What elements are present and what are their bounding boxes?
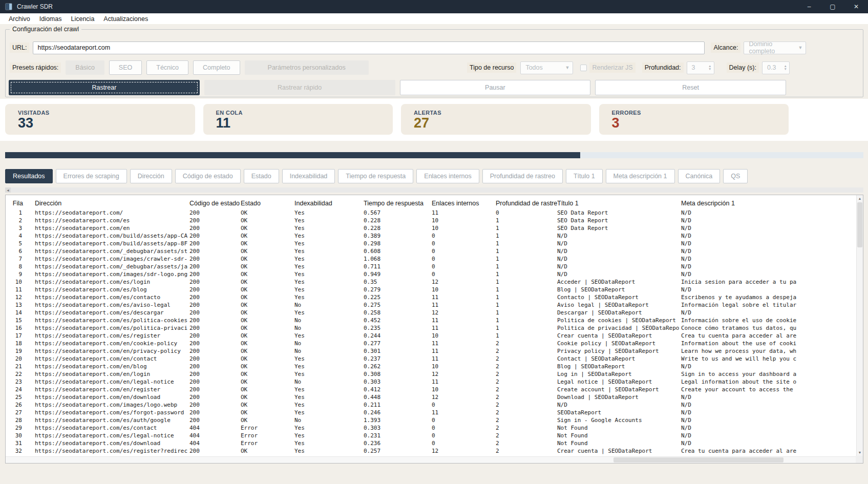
cell-t-tulo-1: Contact | SEODataReport bbox=[557, 355, 681, 363]
table-row[interactable]: 10https://seodatareport.com/es/login200O… bbox=[6, 278, 856, 286]
scroll-left-icon[interactable]: ◄ bbox=[5, 187, 11, 193]
scroll-up-icon[interactable]: ▲ bbox=[857, 195, 863, 202]
table-row[interactable]: 25https://seodatareport.com/en/download2… bbox=[6, 393, 856, 401]
table-row[interactable]: 32https://seodatareport.com/es/register?… bbox=[6, 447, 856, 455]
cell-meta-descripci-n-1: N/D bbox=[681, 224, 856, 232]
table-row[interactable]: 14https://seodatareport.com/es/descargar… bbox=[6, 309, 856, 317]
table-row[interactable]: 28https://seodatareport.com/es/auth/goog… bbox=[6, 416, 856, 424]
stat-card-en-cola: EN COLA11 bbox=[203, 104, 393, 135]
table-row[interactable]: 5https://seodatareport.com/build/assets/… bbox=[6, 240, 856, 247]
cell-tiempo-de-respuesta: 0.257 bbox=[364, 447, 432, 455]
table-row[interactable]: 19https://seodatareport.com/en/privacy-p… bbox=[6, 347, 856, 355]
table-row[interactable]: 30https://seodatareport.com/es/legal-not… bbox=[6, 432, 856, 439]
cell-estado: OK bbox=[241, 332, 294, 340]
table-row[interactable]: 21https://seodatareport.com/en/blog200OK… bbox=[6, 363, 856, 370]
cell-direcci-n: https://seodatareport.com/es/legal-notic… bbox=[29, 432, 189, 439]
cell-c-digo-de-estado: 200 bbox=[189, 263, 241, 270]
tab-estado[interactable]: Estado bbox=[244, 169, 279, 183]
table-row[interactable]: 24https://seodatareport.com/en/register2… bbox=[6, 386, 856, 393]
table-row[interactable]: 3https://seodatareport.com/en200OKYes0.2… bbox=[6, 224, 856, 232]
tab-qs[interactable]: QS bbox=[723, 169, 748, 183]
pausar-button[interactable]: Pausar bbox=[400, 80, 591, 95]
horizontal-scrollbar[interactable] bbox=[6, 456, 856, 463]
cell-estado: OK bbox=[241, 447, 294, 455]
crawl-config-title: Configuración del crawl bbox=[10, 26, 81, 33]
preset-button-completo[interactable]: Completo bbox=[193, 60, 240, 75]
tab-t-tulo-1[interactable]: Título 1 bbox=[566, 169, 603, 183]
table-row[interactable]: 2https://seodatareport.com/es200OKYes0.2… bbox=[6, 217, 856, 224]
preset-button-t-cnico[interactable]: Técnico bbox=[146, 60, 188, 75]
column-header-meta-descripci-n-1[interactable]: Meta descripción 1 bbox=[681, 200, 856, 209]
cell-direcci-n: https://seodatareport.com/es/register bbox=[29, 332, 189, 340]
table-row[interactable]: 20https://seodatareport.com/en/contact20… bbox=[6, 355, 856, 363]
crawl-actions-row: Rastrear Rastrear rápido Pausar Reset bbox=[9, 80, 786, 95]
close-icon[interactable]: ✕ bbox=[844, 0, 868, 13]
cell-tiempo-de-respuesta: 0.236 bbox=[364, 439, 432, 447]
menu-item-idiomas[interactable]: Idiomas bbox=[35, 15, 67, 23]
menu-item-licencia[interactable]: Licencia bbox=[66, 15, 99, 23]
cell-tiempo-de-respuesta: 0.452 bbox=[364, 317, 432, 324]
tab-errores-de-scraping[interactable]: Errores de scraping bbox=[56, 169, 127, 183]
column-header-c-digo-de-estado[interactable]: Código de estado bbox=[189, 200, 241, 209]
table-row[interactable]: 17https://seodatareport.com/es/register2… bbox=[6, 332, 856, 340]
cell-t-tulo-1: Crear cuenta | SEODataReport bbox=[557, 332, 681, 340]
tab-indexabilidad[interactable]: Indexabilidad bbox=[282, 169, 335, 183]
cell-enlaces-internos: 12 bbox=[432, 393, 496, 401]
tab-enlaces-internos[interactable]: Enlaces internos bbox=[416, 169, 479, 183]
tab-resultados[interactable]: Resultados bbox=[5, 169, 53, 183]
table-row[interactable]: 4https://seodatareport.com/build/assets/… bbox=[6, 232, 856, 240]
table-row[interactable]: 18https://seodatareport.com/en/cookie-po… bbox=[6, 340, 856, 347]
tabstrip-scrollbar[interactable]: ◄ bbox=[5, 187, 863, 193]
column-header-tiempo-de-respuesta[interactable]: Tiempo de respuesta bbox=[364, 200, 432, 209]
table-row[interactable]: 13https://seodatareport.com/es/aviso-leg… bbox=[6, 301, 856, 309]
table-row[interactable]: 11https://seodatareport.com/es/blog200OK… bbox=[6, 286, 856, 293]
table-row[interactable]: 6https://seodatareport.com/_debugbar/ass… bbox=[6, 247, 856, 255]
preset-button-seo[interactable]: SEO bbox=[109, 60, 142, 75]
rastrear-button[interactable]: Rastrear bbox=[9, 80, 200, 95]
reset-button[interactable]: Reset bbox=[595, 80, 786, 95]
table-row[interactable]: 1https://seodatareport.com/200OKYes0.567… bbox=[6, 209, 856, 217]
column-header-t-tulo-1[interactable]: Título 1 bbox=[557, 200, 681, 209]
table-row[interactable]: 7https://seodatareport.com/images/crawle… bbox=[6, 255, 856, 263]
tab-tiempo-de-respuesta[interactable]: Tiempo de respuesta bbox=[338, 169, 413, 183]
table-row[interactable]: 16https://seodatareport.com/es/politica-… bbox=[6, 324, 856, 332]
table-row[interactable]: 29https://seodatareport.com/es/contact40… bbox=[6, 424, 856, 432]
minimize-icon[interactable]: – bbox=[797, 0, 821, 13]
vertical-scrollbar[interactable]: ▲ ▼ bbox=[856, 195, 863, 456]
url-input[interactable] bbox=[33, 41, 705, 54]
table-row[interactable]: 23https://seodatareport.com/en/legal-not… bbox=[6, 378, 856, 386]
tab-c-digo-de-estado[interactable]: Código de estado bbox=[175, 169, 241, 183]
table-row[interactable]: 12https://seodatareport.com/es/contacto2… bbox=[6, 293, 856, 301]
table-row[interactable]: 26https://seodatareport.com/images/logo.… bbox=[6, 401, 856, 409]
cell-meta-descripci-n-1: N/D bbox=[681, 240, 856, 247]
cell-profundidad-de-rastreo: 2 bbox=[496, 416, 557, 424]
table-row[interactable]: 27https://seodatareport.com/es/forgot-pa… bbox=[6, 409, 856, 416]
cell-t-tulo-1: Not Found bbox=[557, 439, 681, 447]
scroll-down-icon[interactable]: ▼ bbox=[857, 449, 863, 456]
cell-t-tulo-1: N/D bbox=[557, 263, 681, 270]
table-row[interactable]: 31https://seodatareport.com/es/download4… bbox=[6, 439, 856, 447]
menu-item-archivo[interactable]: Archivo bbox=[4, 15, 35, 23]
column-header-estado[interactable]: Estado bbox=[241, 200, 294, 209]
table-row[interactable]: 8https://seodatareport.com/_debugbar/ass… bbox=[6, 263, 856, 270]
column-header-profundidad-de-rastreo[interactable]: Profundidad de rastreo bbox=[496, 200, 557, 209]
tab-direcci-n[interactable]: Dirección bbox=[130, 169, 172, 183]
tab-meta-descripci-n-1[interactable]: Meta descripción 1 bbox=[606, 169, 675, 183]
column-header-fila[interactable]: Fila bbox=[6, 200, 29, 209]
vertical-scroll-thumb[interactable] bbox=[857, 202, 862, 247]
cell-tiempo-de-respuesta: 0.608 bbox=[364, 247, 432, 255]
column-header-direcci-n[interactable]: Dirección bbox=[29, 200, 189, 209]
menu-item-actualizaciones[interactable]: Actualizaciones bbox=[99, 15, 153, 23]
table-row[interactable]: 15https://seodatareport.com/es/politica-… bbox=[6, 317, 856, 324]
stat-card-visitadas: VISITADAS33 bbox=[5, 104, 195, 135]
horizontal-scroll-thumb[interactable] bbox=[613, 457, 784, 462]
maximize-icon[interactable]: ▢ bbox=[821, 0, 844, 13]
column-header-enlaces-internos[interactable]: Enlaces internos bbox=[432, 200, 496, 209]
table-row[interactable]: 22https://seodatareport.com/en/login200O… bbox=[6, 370, 856, 378]
table-row[interactable]: 9https://seodatareport.com/images/sdr-lo… bbox=[6, 270, 856, 278]
tab-can-nica[interactable]: Canónica bbox=[678, 169, 721, 183]
tab-profundidad-de-rastreo[interactable]: Profundidad de rastreo bbox=[482, 169, 563, 183]
column-header-indexabilidad[interactable]: Indexabilidad bbox=[294, 200, 364, 209]
cell-c-digo-de-estado: 200 bbox=[189, 363, 241, 370]
cell-indexabilidad: Yes bbox=[294, 439, 364, 447]
